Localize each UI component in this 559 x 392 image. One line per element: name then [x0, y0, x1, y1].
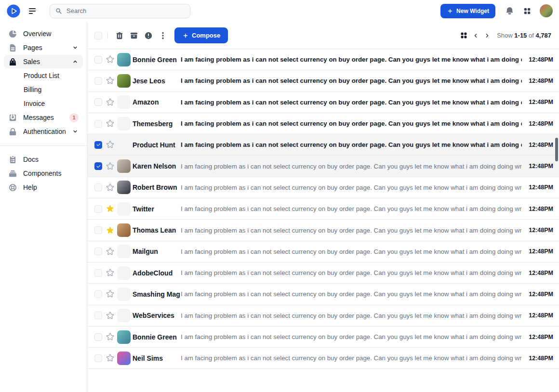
apps-menu-button[interactable] — [519, 3, 535, 19]
compose-button[interactable]: Compose — [174, 27, 228, 43]
sidebar-item-messages[interactable]: Messages1 — [4, 111, 83, 124]
notifications-button[interactable] — [502, 3, 517, 19]
view-grid-button[interactable] — [457, 29, 470, 42]
user-avatar[interactable] — [540, 4, 553, 17]
star-icon[interactable] — [105, 183, 115, 192]
star-icon[interactable] — [105, 97, 115, 107]
row-checkbox[interactable] — [94, 98, 102, 106]
star-icon[interactable] — [105, 161, 115, 171]
star-icon[interactable] — [105, 332, 115, 342]
plus-icon — [447, 8, 453, 14]
message-preview: I am facing problem as i can not select … — [181, 99, 522, 106]
row-checkbox[interactable] — [94, 56, 102, 64]
sidebar-item-invoice[interactable]: Invoice — [4, 97, 83, 110]
sender-name: Themesberg — [133, 120, 181, 128]
app-logo-icon[interactable] — [6, 4, 21, 18]
star-icon[interactable] — [105, 204, 115, 214]
exclamation-circle-icon — [144, 31, 153, 40]
mail-row[interactable]: Robert BrownI am facing problem as i can… — [87, 177, 559, 198]
new-widget-button[interactable]: New Widget — [440, 4, 495, 18]
sidebar-item-components[interactable]: Components — [4, 167, 83, 180]
star-icon[interactable] — [105, 247, 115, 256]
row-checkbox[interactable] — [94, 312, 102, 319]
sender-avatar — [117, 181, 131, 194]
message-preview: I am facing problem as i can not select … — [181, 290, 522, 298]
avatar-placeholder — [117, 287, 131, 301]
chart-pie-icon — [8, 29, 17, 39]
sender-name: Bonnie Green — [133, 333, 181, 341]
row-checkbox[interactable] — [94, 269, 102, 277]
sender-name: Mailgun — [133, 248, 181, 255]
mail-row[interactable]: Bonnie GreenI am facing problem as i can… — [87, 49, 559, 70]
mail-row[interactable]: ThemesbergI am facing problem as i can n… — [87, 113, 559, 134]
mail-row[interactable]: AmazonI am facing problem as i can not s… — [87, 92, 559, 113]
row-checkbox[interactable] — [94, 77, 102, 85]
sidebar-item-billing[interactable]: Billing — [4, 83, 83, 96]
previous-page-button[interactable] — [470, 30, 481, 41]
sender-name: Robert Brown — [133, 183, 181, 191]
scrollbar-thumb[interactable] — [555, 138, 558, 161]
inbox-main: Compose Show 1-15 of 4,787 Bonnie GreenI… — [87, 22, 559, 392]
archive-button[interactable] — [127, 28, 141, 43]
star-icon[interactable] — [105, 119, 115, 129]
sidebar-item-pages[interactable]: Pages — [4, 41, 83, 54]
avatar-placeholder — [117, 202, 131, 216]
shopping-bag-icon — [8, 57, 17, 66]
message-preview: I am facing problem as i can not select … — [181, 184, 522, 191]
sender-name: Neil Sims — [133, 354, 181, 362]
delete-button[interactable] — [112, 28, 127, 43]
mail-row[interactable]: Jese LeosI am facing problem as i can no… — [87, 70, 559, 91]
view-grid-icon — [460, 31, 468, 39]
sidebar-item-overview[interactable]: Overview — [4, 27, 83, 40]
mail-row[interactable]: Karen NelsonI am facing problem as i can… — [87, 156, 559, 177]
message-time: 12:48PM — [529, 355, 553, 362]
select-all-checkbox[interactable] — [94, 32, 102, 39]
mail-row[interactable]: AdobeCloudI am facing problem as i can n… — [87, 262, 559, 284]
sidebar-item-label: Product List — [24, 72, 59, 79]
next-page-button[interactable] — [481, 30, 493, 41]
sidebar-item-authentication[interactable]: Authentication — [4, 125, 83, 138]
mail-row[interactable]: Product HuntI am facing problem as i can… — [87, 134, 559, 156]
star-icon[interactable] — [105, 55, 115, 65]
mail-row[interactable]: TwitterI am facing problem as i can not … — [87, 198, 559, 220]
star-icon[interactable] — [105, 140, 115, 150]
message-preview: I am facing problem as i can not select … — [181, 248, 522, 255]
row-checkbox[interactable] — [94, 183, 102, 191]
message-preview: I am facing problem as i can not select … — [181, 312, 522, 319]
mail-row[interactable]: Neil SimsI am facing problem as i can no… — [87, 348, 559, 369]
message-preview: I am facing problem as i can not select … — [181, 56, 522, 63]
row-checkbox[interactable] — [94, 141, 102, 149]
mail-row[interactable]: WebServicesI am facing problem as i can … — [87, 305, 559, 327]
star-icon[interactable] — [105, 289, 115, 299]
mail-row[interactable]: Bonnie GreenI am facing problem as i can… — [87, 327, 559, 348]
sidebar-item-product-list[interactable]: Product List — [4, 69, 83, 82]
menu-toggle-button[interactable] — [25, 3, 40, 19]
mail-row[interactable]: Thomas LeanI am facing problem as i can … — [87, 220, 559, 241]
star-icon[interactable] — [105, 353, 115, 363]
message-time: 12:48PM — [529, 248, 553, 255]
sidebar-item-help[interactable]: Help — [4, 181, 83, 194]
mail-row[interactable]: Smashing MagI am facing problem as i can… — [87, 284, 559, 305]
row-checkbox[interactable] — [94, 226, 102, 234]
row-checkbox[interactable] — [94, 354, 102, 362]
row-checkbox[interactable] — [94, 162, 102, 170]
message-preview: I am facing problem as i can not select … — [181, 141, 522, 148]
search-input[interactable] — [67, 7, 185, 14]
sidebar-item-docs[interactable]: Docs — [4, 153, 83, 166]
star-icon[interactable] — [105, 76, 115, 86]
sidebar-divider — [0, 145, 87, 146]
star-icon[interactable] — [105, 225, 115, 235]
row-checkbox[interactable] — [94, 120, 102, 128]
star-icon[interactable] — [105, 268, 115, 278]
row-checkbox[interactable] — [94, 290, 102, 298]
avatar-placeholder — [117, 138, 131, 152]
more-options-button[interactable] — [156, 28, 170, 43]
mail-row[interactable]: MailgunI am facing problem as i can not … — [87, 241, 559, 262]
row-checkbox[interactable] — [94, 333, 102, 341]
star-icon[interactable] — [105, 311, 115, 320]
sender-name: Thomas Lean — [133, 226, 181, 234]
row-checkbox[interactable] — [94, 248, 102, 255]
row-checkbox[interactable] — [94, 205, 102, 213]
report-spam-button[interactable] — [141, 28, 156, 43]
sidebar-item-sales[interactable]: Sales — [4, 55, 83, 68]
